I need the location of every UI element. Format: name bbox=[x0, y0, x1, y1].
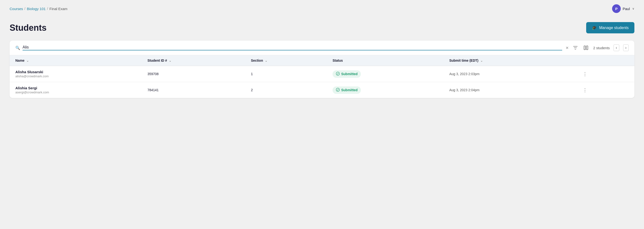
manage-students-button[interactable]: 🎓 Manage students bbox=[586, 22, 634, 33]
student-count: 2 students bbox=[593, 46, 610, 50]
sort-name-icon: ⌄ bbox=[26, 59, 29, 62]
chevron-down-icon: ∨ bbox=[632, 7, 634, 10]
cell-status-0: Submitted bbox=[327, 66, 444, 82]
breadcrumb-courses[interactable]: Courses bbox=[10, 7, 23, 11]
col-header-actions bbox=[575, 55, 634, 66]
cell-id-1: 784141 bbox=[142, 82, 245, 98]
status-label-0: Submitted bbox=[341, 72, 358, 76]
submitted-icon-1 bbox=[336, 88, 340, 92]
breadcrumb-sep2: / bbox=[47, 7, 48, 10]
student-email-0: alisha@crowdmark.com bbox=[15, 74, 136, 78]
avatar: P bbox=[612, 4, 621, 13]
col-header-name: Name ⌄ bbox=[10, 55, 142, 66]
page-title: Students bbox=[10, 23, 46, 33]
cell-name-1: Alishia Sergi asergi@crowdmark.com bbox=[10, 82, 142, 98]
more-options-button-1[interactable]: ⋮ bbox=[581, 86, 590, 94]
user-name: Paul bbox=[623, 7, 630, 11]
cell-more-1: ⋮ bbox=[575, 82, 634, 98]
breadcrumb-biology[interactable]: Biology 101 bbox=[27, 7, 46, 11]
cell-more-0: ⋮ bbox=[575, 66, 634, 82]
student-name-0: Alisha Slusarski bbox=[15, 70, 136, 74]
students-table: Name ⌄ Student ID # ⌄ Section ⌄ Status bbox=[10, 55, 634, 98]
status-label-1: Submitted bbox=[341, 88, 358, 92]
columns-icon bbox=[584, 45, 588, 50]
submit-time-1: Aug 3, 2023 2:04pm bbox=[449, 88, 480, 92]
svg-point-3 bbox=[336, 88, 340, 92]
sort-id-icon: ⌄ bbox=[169, 59, 171, 62]
search-actions: 2 students ‹ › bbox=[572, 44, 629, 51]
submit-time-0: Aug 3, 2023 2:03pm bbox=[449, 72, 480, 76]
next-page-button[interactable]: › bbox=[623, 44, 629, 51]
cell-name-0: Alisha Slusarski alisha@crowdmark.com bbox=[10, 66, 142, 82]
breadcrumb-exam: Final Exam bbox=[50, 7, 68, 11]
search-icon: 🔍 bbox=[15, 46, 20, 50]
user-menu[interactable]: P Paul ∨ bbox=[612, 4, 634, 13]
top-bar: Courses / Biology 101 / Final Exam P Pau… bbox=[0, 0, 644, 17]
student-email-1: asergi@crowdmark.com bbox=[15, 90, 136, 94]
cell-section-1: 2 bbox=[245, 82, 327, 98]
more-options-button-0[interactable]: ⋮ bbox=[581, 70, 590, 78]
cell-time-1: Aug 3, 2023 2:04pm bbox=[444, 82, 575, 98]
table-header-row: Name ⌄ Student ID # ⌄ Section ⌄ Status bbox=[10, 55, 634, 66]
manage-students-label: Manage students bbox=[599, 26, 629, 30]
breadcrumb-sep1: / bbox=[24, 7, 26, 10]
svg-rect-0 bbox=[584, 46, 586, 50]
filter-icon bbox=[573, 45, 578, 50]
col-header-section: Section ⌄ bbox=[245, 55, 327, 66]
main-content: Students 🎓 Manage students 🔍 ✕ bbox=[0, 17, 644, 108]
columns-button[interactable] bbox=[582, 44, 589, 51]
col-header-status: Status bbox=[327, 55, 444, 66]
col-header-student-id: Student ID # ⌄ bbox=[142, 55, 245, 66]
search-bar: 🔍 ✕ 2 students ‹ › bbox=[10, 40, 634, 55]
cell-section-0: 1 bbox=[245, 66, 327, 82]
students-card: 🔍 ✕ 2 students ‹ › bbox=[10, 40, 634, 98]
svg-rect-1 bbox=[586, 46, 588, 50]
breadcrumb: Courses / Biology 101 / Final Exam bbox=[10, 7, 68, 11]
table-row: Alishia Sergi asergi@crowdmark.com 78414… bbox=[10, 82, 634, 98]
svg-point-2 bbox=[336, 72, 340, 75]
cell-id-0: 359708 bbox=[142, 66, 245, 82]
page-header: Students 🎓 Manage students bbox=[10, 22, 634, 33]
filter-button[interactable] bbox=[572, 44, 579, 51]
cell-status-1: Submitted bbox=[327, 82, 444, 98]
search-input[interactable] bbox=[22, 45, 562, 50]
sort-time-icon: ⌄ bbox=[480, 59, 483, 62]
cell-time-0: Aug 3, 2023 2:03pm bbox=[444, 66, 575, 82]
clear-search-button[interactable]: ✕ bbox=[564, 46, 570, 50]
table-row: Alisha Slusarski alisha@crowdmark.com 35… bbox=[10, 66, 634, 82]
student-name-1: Alishia Sergi bbox=[15, 86, 136, 90]
status-badge-0: Submitted bbox=[332, 70, 361, 78]
prev-page-button[interactable]: ‹ bbox=[614, 44, 619, 51]
submitted-icon-0 bbox=[336, 72, 340, 76]
status-badge-1: Submitted bbox=[332, 86, 361, 94]
col-header-submit-time: Submit time (EDT) ⌄ bbox=[444, 55, 575, 66]
sort-section-icon: ⌄ bbox=[265, 59, 267, 62]
graduation-icon: 🎓 bbox=[592, 26, 597, 30]
